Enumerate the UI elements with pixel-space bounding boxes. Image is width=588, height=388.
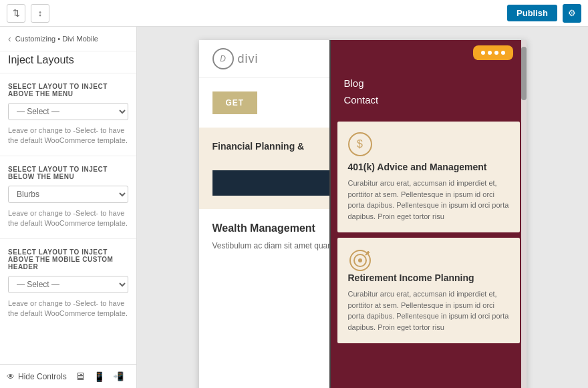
right-panel-overlay: Blog Contact $ 401(k) Advice and Managem… [329, 40, 527, 388]
scroll-track [521, 40, 527, 388]
right-panel-nav: Blog Contact [331, 67, 527, 116]
publish-button[interactable]: Publish [507, 5, 557, 21]
mobile-view-icon[interactable]: 📲 [113, 371, 124, 381]
preview-area: D divi GET Financial Planning & LIVE CHA… [137, 27, 588, 388]
scroll-thumb[interactable] [521, 47, 527, 100]
right-nav-contact[interactable]: Contact [344, 94, 513, 106]
top-toolbar: ⇅ ↕ Publish ⚙ [0, 0, 588, 27]
float-widget [473, 45, 513, 60]
right-card-retirement: Retirement Income Planning Curabitur arc… [337, 238, 520, 343]
section2-label: SELECT LAYOUT TO INJECT BELOW THE MENU [8, 166, 128, 180]
tablet-view-icon[interactable]: 📱 [94, 371, 105, 382]
left-panel: ‹ Customizing • Divi Mobile Inject Layou… [0, 27, 137, 388]
section1-label: SELECT LAYOUT TO INJECT ABOVE THE MENU [8, 83, 128, 98]
section1-help-text: Leave or change to -Select- to have the … [8, 126, 128, 146]
breadcrumb: Customizing • Divi Mobile [15, 35, 98, 43]
hide-controls-button[interactable]: 👁 Hide Controls [7, 372, 67, 381]
right-card-401k: $ 401(k) Advice and Management Curabitur… [337, 122, 520, 232]
section3-select[interactable]: — Select — [8, 276, 128, 293]
settings-button[interactable]: ⚙ [563, 4, 581, 23]
preview-frame: D divi GET Financial Planning & LIVE CHA… [199, 40, 527, 388]
divi-logo-circle: D [212, 48, 234, 69]
right-nav-blog[interactable]: Blog [344, 77, 513, 89]
swap-icon-button[interactable]: ⇅ [7, 4, 25, 23]
svg-point-2 [358, 258, 362, 262]
get-button[interactable]: GET [212, 91, 258, 114]
float-dot-3 [494, 51, 498, 55]
section1-select[interactable]: — Select — [8, 103, 128, 120]
sort-icon-button[interactable]: ↕ [31, 4, 49, 23]
section2-help-text: Leave or change to -Select- to have the … [8, 208, 128, 229]
back-arrow-icon[interactable]: ‹ [8, 33, 11, 44]
card1-text: Curabitur arcu erat, accumsan id imperdi… [348, 178, 509, 222]
float-dot-1 [481, 51, 485, 55]
dollar-icon: $ [348, 132, 372, 156]
desktop-view-icon[interactable]: 🖥 [75, 371, 86, 383]
back-nav: ‹ Customizing • Divi Mobile [0, 27, 136, 51]
financial-title: Financial Planning & [212, 141, 305, 152]
section3-help-text: Leave or change to -Select- to have the … [8, 299, 128, 319]
panel-title: Inject Layouts [0, 51, 136, 73]
divi-logo-text: divi [238, 52, 259, 66]
float-dot-4 [501, 51, 505, 55]
section-below-menu: SELECT LAYOUT TO INJECT BELOW THE MENU B… [0, 156, 136, 238]
main-area: ‹ Customizing • Divi Mobile Inject Layou… [0, 27, 588, 388]
card1-title: 401(k) Advice and Management [348, 162, 509, 172]
float-dot-2 [488, 51, 492, 55]
section2-select[interactable]: Blurbs [8, 186, 128, 203]
card2-title: Retirement Income Planning [348, 272, 509, 283]
section3-label: SELECT LAYOUT TO INJECT ABOVE THE MOBILE… [8, 248, 128, 270]
eye-icon: 👁 [7, 372, 15, 381]
card2-text: Curabitur arcu erat, accumsan id imperdi… [348, 288, 509, 333]
section-above-menu: SELECT LAYOUT TO INJECT ABOVE THE MENU —… [0, 73, 136, 156]
divi-logo: D divi [212, 48, 259, 69]
target-icon [348, 248, 372, 272]
section-above-mobile-header: SELECT LAYOUT TO INJECT ABOVE THE MOBILE… [0, 239, 136, 329]
bottom-bar: 👁 Hide Controls 🖥 📱 📲 [0, 364, 136, 388]
